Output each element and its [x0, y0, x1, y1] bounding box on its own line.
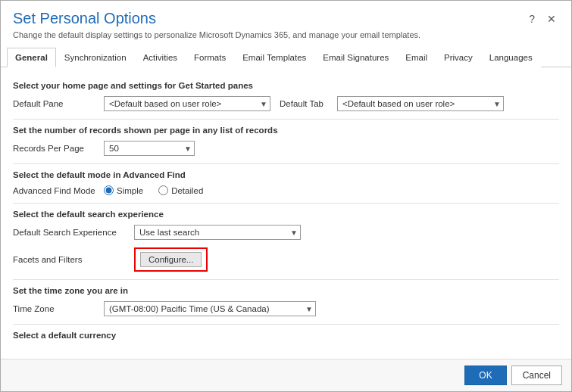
radio-simple-label: Simple [117, 186, 143, 195]
default-tab-label: Default Tab [280, 99, 324, 108]
radio-detailed-label: Detailed [171, 186, 203, 195]
tab-email-templates[interactable]: Email Templates [234, 48, 314, 67]
time-zone-select[interactable]: (GMT-08:00) Pacific Time (US & Canada) (… [104, 301, 316, 316]
records-per-page-select-container: 50 25 75 100 250 ▼ [104, 141, 195, 156]
time-zone-heading: Set the time zone you are in [13, 286, 559, 295]
search-experience-heading: Select the default search experience [13, 210, 559, 219]
search-experience-select[interactable]: Use last search Categorized Search Relev… [134, 225, 301, 240]
dialog-header-icons: ? ✕ [526, 11, 559, 26]
divider-5 [13, 324, 559, 325]
tab-privacy[interactable]: Privacy [436, 48, 481, 67]
default-pane-select[interactable]: <Default based on user role> [104, 96, 270, 111]
divider-4 [13, 279, 559, 280]
facets-filters-label: Facets and Filters [13, 255, 134, 264]
radio-simple-input[interactable] [104, 185, 114, 195]
currency-heading: Select a default currency [13, 331, 559, 340]
default-tab-select-container: <Default based on user role> ▼ [337, 96, 504, 111]
tab-formats[interactable]: Formats [186, 48, 234, 67]
divider-2 [13, 163, 559, 164]
dialog-subtitle: Change the default display settings to p… [13, 30, 526, 39]
close-icon[interactable]: ✕ [544, 11, 559, 26]
advanced-find-heading: Select the default mode in Advanced Find [13, 170, 559, 179]
radio-detailed-input[interactable] [158, 185, 168, 195]
tab-languages[interactable]: Languages [481, 48, 541, 67]
time-zone-select-container: (GMT-08:00) Pacific Time (US & Canada) (… [104, 301, 316, 316]
records-per-page-heading: Set the number of records shown per page… [13, 126, 559, 135]
search-experience-row: Default Search Experience Use last searc… [13, 225, 559, 240]
search-experience-label: Default Search Experience [13, 228, 134, 237]
advanced-find-label: Advanced Find Mode [13, 186, 104, 195]
dialog-title: Set Personal Options [13, 10, 526, 27]
content-area: Select your home page and settings for G… [1, 67, 571, 359]
default-pane-label: Default Pane [13, 99, 104, 108]
configure-button[interactable]: Configure... [140, 252, 202, 267]
search-experience-select-container: Use last search Categorized Search Relev… [134, 225, 301, 240]
default-pane-row: Default Pane <Default based on user role… [13, 96, 559, 111]
default-tab-select[interactable]: <Default based on user role> [337, 96, 504, 111]
dialog-footer: OK Cancel [1, 359, 571, 391]
dialog-header: Set Personal Options Change the default … [1, 1, 571, 42]
advanced-find-radio-group: Simple Detailed [104, 185, 203, 195]
records-per-page-select[interactable]: 50 25 75 100 250 [104, 141, 195, 156]
tab-email[interactable]: Email [397, 48, 436, 67]
cancel-button[interactable]: Cancel [511, 366, 562, 385]
time-zone-row: Time Zone (GMT-08:00) Pacific Time (US &… [13, 301, 559, 316]
tab-email-signatures[interactable]: Email Signatures [314, 48, 397, 67]
set-personal-options-dialog: Set Personal Options Change the default … [0, 0, 572, 392]
ok-button[interactable]: OK [464, 366, 506, 385]
tabs-bar: General Synchronization Activities Forma… [1, 47, 571, 67]
pane-tab-selects: <Default based on user role> ▼ Default T… [104, 96, 559, 111]
facets-filters-highlighted: Configure... [134, 247, 208, 272]
default-pane-select-container: <Default based on user role> ▼ [104, 96, 270, 111]
divider-1 [13, 119, 559, 120]
advanced-find-row: Advanced Find Mode Simple Detailed [13, 185, 559, 195]
radio-detailed[interactable]: Detailed [158, 185, 203, 195]
tab-general[interactable]: General [7, 48, 56, 67]
tab-activities[interactable]: Activities [135, 48, 186, 67]
time-zone-label: Time Zone [13, 304, 104, 313]
help-icon[interactable]: ? [526, 11, 538, 26]
records-per-page-row: Records Per Page 50 25 75 100 250 ▼ [13, 141, 559, 156]
divider-3 [13, 203, 559, 204]
tab-synchronization[interactable]: Synchronization [56, 48, 135, 67]
dialog-title-area: Set Personal Options Change the default … [13, 10, 526, 39]
home-page-heading: Select your home page and settings for G… [13, 81, 559, 90]
facets-filters-row: Facets and Filters Configure... [13, 247, 559, 272]
radio-simple[interactable]: Simple [104, 185, 143, 195]
records-per-page-label: Records Per Page [13, 144, 104, 153]
